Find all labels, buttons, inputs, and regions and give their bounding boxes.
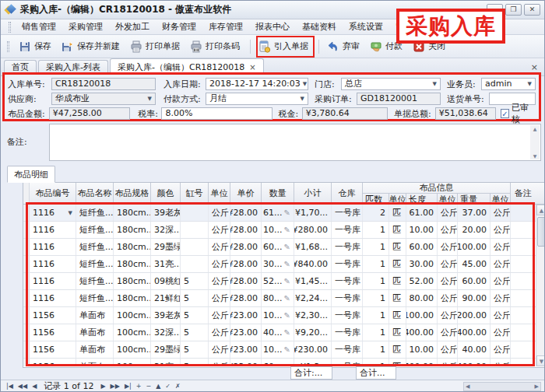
maximize-button[interactable]: ❐ (505, 4, 522, 16)
cell-weight[interactable]: 100.00 (458, 239, 490, 255)
payment-method-field[interactable]: 月结▼ (206, 93, 308, 105)
cell-name[interactable]: 单面布 (76, 307, 114, 324)
cell-pieces[interactable]: 1 (363, 307, 389, 324)
unapprove-button[interactable]: 弃审 (323, 38, 366, 55)
cell-unit[interactable]: 公斤 (209, 290, 230, 306)
nav-first-button[interactable]: |◀ (4, 383, 16, 390)
tab-fabric-detail[interactable]: 布品明细 (7, 166, 55, 183)
cell-spec[interactable]: 180cm... (114, 239, 151, 255)
cell-price[interactable]: ¥28.00 (230, 205, 262, 221)
cell-subtotal[interactable]: ¥9,20... (294, 324, 332, 341)
purchase-order-field[interactable]: GD18120001 (357, 93, 441, 105)
cell-price[interactable]: ¥23.00 (230, 307, 262, 324)
cell-price[interactable]: ¥23.00 (230, 324, 262, 341)
cell-code[interactable]: 1116 (30, 273, 76, 289)
close-button[interactable]: ✕ (524, 4, 540, 16)
row-selector[interactable] (23, 222, 30, 238)
cell-price[interactable]: ¥28.00 (230, 290, 262, 306)
cell-pieces[interactable]: 1 (363, 239, 389, 255)
cell-pieces-unit[interactable]: 匹 (389, 239, 406, 255)
row-selector[interactable] (23, 290, 30, 306)
cell-color[interactable]: 21鲜红 (151, 290, 181, 306)
cell-name[interactable]: 短纤鱼... (76, 273, 114, 289)
cell-price[interactable]: ¥23.00 (230, 359, 262, 366)
cell-length-unit[interactable]: 公斤 (438, 222, 458, 238)
cell-qty[interactable]: 61...✎ (262, 205, 294, 221)
cell-color[interactable]: 31亮... (151, 256, 181, 272)
cell-batch[interactable]: 5 (181, 273, 209, 289)
cell-color[interactable]: 29墨绿 (151, 239, 181, 255)
cell-length-unit[interactable]: 公斤 (438, 359, 458, 366)
cell-pieces-unit[interactable]: 匹 (389, 222, 406, 238)
table-row[interactable]: 1156单面布100cm...31亮...5公斤¥23.0060...✎¥1,3… (23, 359, 536, 366)
menu-reports[interactable]: 报表中心 (250, 19, 295, 34)
cell-name[interactable]: 单面布 (76, 341, 114, 358)
cell-remark[interactable] (511, 307, 536, 324)
cell-color[interactable]: 32深... (151, 222, 181, 238)
nav-next-page-button[interactable]: ▶▶ (108, 383, 122, 390)
table-row[interactable]: 1116短纤鱼...180cm...29墨绿公斤¥28.0060...✎¥1,6… (23, 239, 536, 256)
cell-remark[interactable] (511, 341, 536, 358)
cell-subtotal[interactable]: ¥1,70... (294, 205, 332, 221)
cell-pieces[interactable]: 2 (363, 205, 389, 221)
cell-subtotal[interactable]: ¥2,24... (294, 290, 332, 306)
save-and-new-button[interactable]: 保存并新建 (58, 38, 126, 55)
cell-weight[interactable]: 60.00 (458, 273, 490, 289)
cell-subtotal[interactable]: ¥840.00 (294, 256, 332, 272)
cell-pieces-unit[interactable]: 匹 (389, 290, 406, 306)
cell-qty[interactable]: 10...✎ (262, 222, 294, 238)
cell-code[interactable]: 1116 (30, 222, 76, 238)
cell-batch[interactable] (181, 256, 209, 272)
cell-weight-unit[interactable]: 公斤 (490, 222, 511, 238)
cell-length-unit[interactable]: 公斤 (438, 341, 458, 358)
cell-qty[interactable]: 60...✎ (262, 239, 294, 255)
cell-unit[interactable]: 公斤 (209, 256, 230, 272)
cell-warehouse[interactable]: 一号库 (332, 222, 363, 238)
cell-warehouse[interactable]: 一号库 (332, 341, 363, 358)
nav-post-button[interactable]: ✓ (163, 383, 173, 390)
scroll-left-icon[interactable]: ◀ (464, 383, 471, 390)
cell-length-unit[interactable]: 公斤 (438, 290, 458, 306)
cell-qty[interactable]: 10...✎ (262, 307, 294, 324)
row-selector[interactable] (23, 239, 30, 255)
cell-unit[interactable]: 公斤 (209, 324, 230, 341)
cell-pieces[interactable]: 1 (363, 222, 389, 238)
receipt-no-field[interactable]: CR18120018 (51, 78, 156, 90)
col-group-fabric-info[interactable]: 布品信息 (363, 183, 511, 194)
row-selector[interactable] (23, 359, 30, 366)
cell-unit[interactable]: 公斤 (209, 359, 230, 366)
cell-price[interactable]: ¥28.00 (230, 222, 262, 238)
cell-length[interactable]: 61.00 (406, 205, 438, 221)
cell-weight[interactable]: 45.00 (458, 256, 490, 272)
scrollbar-thumb[interactable] (537, 217, 545, 247)
cell-length[interactable]: 400.00 (406, 324, 438, 341)
cell-pieces-unit[interactable]: 匹 (389, 359, 406, 366)
cell-warehouse[interactable]: 一号库 (332, 273, 363, 289)
cell-code[interactable]: 1156 (30, 307, 76, 324)
cell-color[interactable]: 29墨绿 (151, 341, 181, 358)
row-selector[interactable] (23, 341, 30, 358)
cell-code[interactable]: 1116▼ (30, 205, 76, 221)
supplier-field[interactable]: 华成布业▼ (51, 93, 156, 105)
menu-outsourcing[interactable]: 外发加工 (110, 19, 155, 34)
cell-pieces[interactable]: 1 (363, 273, 389, 289)
cell-batch[interactable]: 5 (181, 324, 209, 341)
cell-pieces-unit[interactable]: 匹 (389, 256, 406, 272)
nav-cancel-button[interactable]: ✗ (173, 383, 183, 390)
cell-batch[interactable] (181, 239, 209, 255)
cell-remark[interactable] (511, 290, 536, 306)
menu-purchase[interactable]: 采购管理 (63, 19, 108, 34)
cell-spec[interactable]: 100cm... (114, 324, 151, 341)
cell-price[interactable]: ¥28.00 (230, 256, 262, 272)
table-row[interactable]: 1156单面布100cm...32深...5公斤¥23.0040...✎¥9,2… (23, 324, 536, 341)
table-row[interactable]: 1116短纤鱼...180cm...32深...公斤¥28.0010...✎¥2… (23, 222, 536, 239)
cell-name[interactable]: 单面布 (76, 324, 114, 341)
cell-spec[interactable]: 180cm... (114, 205, 151, 221)
total-field[interactable]: ¥51,038.64 (435, 107, 496, 120)
col-remark[interactable]: 备注 (511, 183, 536, 204)
nav-prev-page-button[interactable]: ◀◀ (16, 383, 30, 390)
cell-spec[interactable]: 180cm... (114, 256, 151, 272)
cell-remark[interactable] (511, 256, 536, 272)
cell-color[interactable]: 39老灰 (151, 205, 181, 221)
tabbar-close-icon[interactable]: × (531, 62, 538, 72)
